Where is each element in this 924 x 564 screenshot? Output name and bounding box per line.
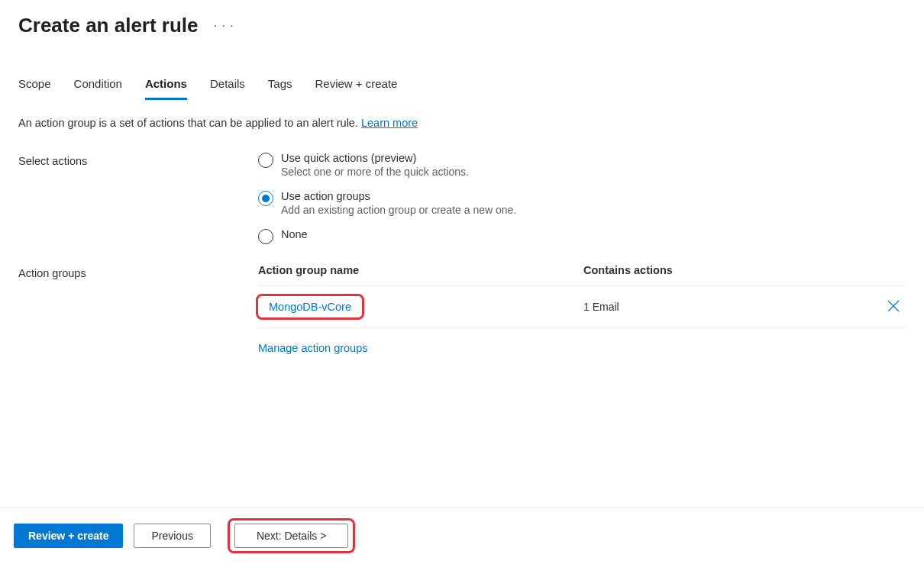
page-title: Create an alert rule <box>18 14 199 37</box>
intro-body: An action group is a set of actions that… <box>18 117 361 129</box>
action-groups-label: Action groups <box>18 264 258 279</box>
column-header-name: Action group name <box>258 264 583 276</box>
radio-quick-actions-label: Use quick actions (preview) <box>281 152 469 164</box>
radio-quick-actions-sub: Select one or more of the quick actions. <box>281 166 469 178</box>
table-row: MongoDB-vCore 1 Email <box>258 285 906 328</box>
intro-text: An action group is a set of actions that… <box>0 100 924 129</box>
next-details-button[interactable]: Next: Details > <box>234 524 348 548</box>
learn-more-link[interactable]: Learn more <box>361 117 418 129</box>
close-icon <box>886 298 901 314</box>
annotation-highlight: Next: Details > <box>228 518 355 553</box>
tab-actions[interactable]: Actions <box>145 77 187 100</box>
tab-review-create[interactable]: Review + create <box>315 77 398 100</box>
tab-details[interactable]: Details <box>210 77 245 100</box>
column-header-contains: Contains actions <box>583 264 867 276</box>
tab-condition[interactable]: Condition <box>74 77 122 100</box>
previous-button[interactable]: Previous <box>134 524 210 548</box>
more-menu-icon[interactable]: · · · <box>214 19 234 33</box>
tab-bar: Scope Condition Actions Details Tags Rev… <box>0 37 924 100</box>
footer-bar: Review + create Previous Next: Details > <box>0 507 924 564</box>
annotation-highlight: MongoDB-vCore <box>256 294 364 320</box>
action-group-link[interactable]: MongoDB-vCore <box>269 301 351 313</box>
select-actions-label: Select actions <box>18 152 258 167</box>
radio-quick-actions[interactable] <box>258 153 273 168</box>
manage-action-groups-link[interactable]: Manage action groups <box>258 342 368 354</box>
review-create-button[interactable]: Review + create <box>14 524 123 548</box>
action-group-contains: 1 Email <box>583 301 867 313</box>
radio-none-label: None <box>281 228 308 240</box>
tab-tags[interactable]: Tags <box>268 77 292 100</box>
radio-none[interactable] <box>258 229 273 244</box>
remove-action-group-button[interactable] <box>867 298 901 314</box>
radio-action-groups-sub: Add an existing action group or create a… <box>281 204 516 216</box>
radio-selected-dot-icon <box>262 195 270 202</box>
radio-action-groups[interactable] <box>258 191 273 206</box>
tab-scope[interactable]: Scope <box>18 77 51 100</box>
radio-action-groups-label: Use action groups <box>281 190 516 202</box>
